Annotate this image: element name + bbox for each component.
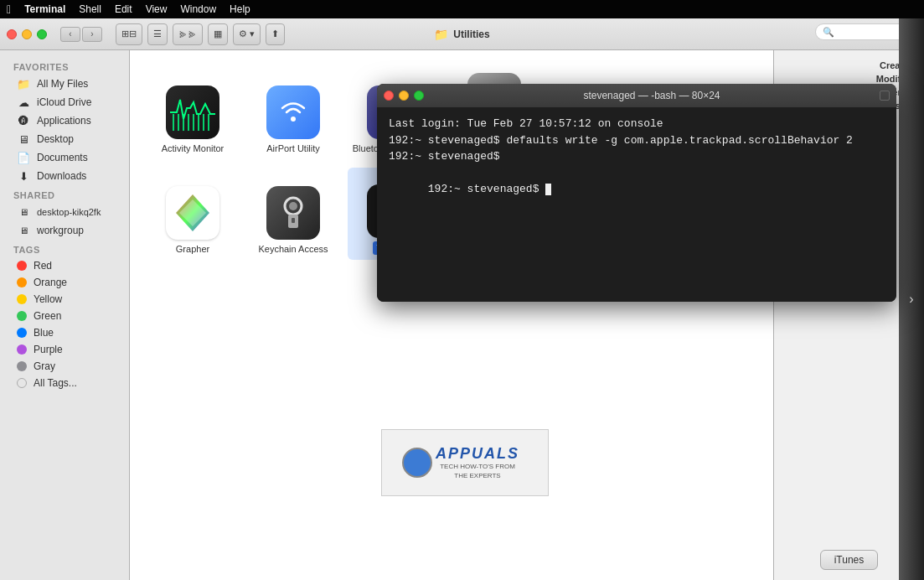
sidebar-tag-orange[interactable]: Orange bbox=[3, 274, 126, 291]
icloud-icon: ☁ bbox=[17, 96, 30, 109]
grapher-icon bbox=[166, 186, 219, 240]
terminal-line-1: Last login: Tue Feb 27 10:57:12 on conso… bbox=[389, 116, 885, 132]
terminal-minimize-button[interactable] bbox=[399, 91, 409, 101]
right-arrow-icon: › bbox=[909, 292, 913, 307]
sidebar: Favorites 📁 All My Files ☁ iCloud Drive … bbox=[0, 50, 130, 580]
sidebar-item-label: Downloads bbox=[37, 170, 86, 182]
menu-edit[interactable]: Edit bbox=[115, 3, 132, 15]
terminal-line-3: 192:~ stevenaged$ bbox=[389, 148, 885, 165]
minimize-button[interactable] bbox=[22, 29, 32, 39]
terminal-resize-handle[interactable] bbox=[880, 91, 890, 101]
all-tags-dot bbox=[17, 378, 27, 388]
sidebar-item-workgroup[interactable]: 🖥 workgroup bbox=[3, 221, 126, 240]
sidebar-item-label: Applications bbox=[37, 115, 91, 127]
forward-button[interactable]: › bbox=[82, 27, 102, 42]
list-icon: ☰ bbox=[153, 28, 162, 39]
appuals-watermark: APPUALS TECH HOW-TO'S FROM THE EXPERTS bbox=[381, 429, 549, 496]
terminal-prompt: 192:~ stevenaged$ bbox=[428, 183, 545, 195]
menu-terminal[interactable]: Terminal bbox=[24, 3, 65, 15]
gear-icon: ⚙ ▾ bbox=[239, 28, 255, 39]
terminal-content[interactable]: Last login: Tue Feb 27 10:57:12 on conso… bbox=[377, 107, 896, 302]
apple-menu[interactable]:  bbox=[7, 3, 11, 16]
menu-help[interactable]: Help bbox=[230, 3, 250, 15]
workgroup-icon: 🖥 bbox=[17, 224, 30, 237]
file-item-activity-monitor[interactable]: Activity Monitor bbox=[147, 67, 239, 159]
sidebar-item-label: Yellow bbox=[34, 293, 62, 305]
panel-created-row: Created bbox=[784, 60, 914, 70]
nav-buttons: ‹ › bbox=[60, 27, 102, 42]
menu-shell[interactable]: Shell bbox=[79, 3, 101, 15]
sidebar-tag-gray[interactable]: Gray bbox=[3, 358, 126, 375]
file-item-grapher[interactable]: Grapher bbox=[147, 168, 239, 260]
terminal-window: stevenaged — -bash — 80×24 Last login: T… bbox=[377, 84, 896, 302]
airport-icon bbox=[266, 85, 320, 139]
sidebar-tag-yellow[interactable]: Yellow bbox=[3, 291, 126, 308]
itunes-button[interactable]: iTunes bbox=[820, 550, 879, 570]
traffic-lights bbox=[7, 29, 47, 39]
sidebar-item-label: Gray bbox=[34, 360, 55, 372]
sidebar-item-desktop-network[interactable]: 🖥 desktop-kikq2fk bbox=[3, 203, 126, 221]
red-tag-dot bbox=[17, 261, 27, 271]
panel-modified-row: Modified bbox=[784, 74, 914, 84]
sidebar-item-label: workgroup bbox=[37, 225, 84, 236]
share-button[interactable]: ⬆ bbox=[266, 23, 285, 45]
share-icon: ⬆ bbox=[271, 28, 279, 39]
maximize-button[interactable] bbox=[37, 29, 47, 39]
view-list-button[interactable]: ☰ bbox=[147, 23, 168, 45]
sidebar-item-all-my-files[interactable]: 📁 All My Files bbox=[3, 75, 126, 93]
svg-point-0 bbox=[291, 117, 296, 122]
sidebar-item-desktop[interactable]: 🖥 Desktop bbox=[3, 130, 126, 148]
sidebar-item-label: Desktop bbox=[37, 133, 74, 145]
file-label: Activity Monitor bbox=[162, 142, 225, 154]
activity-monitor-icon bbox=[166, 85, 219, 139]
terminal-title: stevenaged — -bash — 80×24 bbox=[431, 90, 873, 101]
grid-icon: ⊞⊟ bbox=[121, 28, 137, 39]
sidebar-item-documents[interactable]: 📄 Documents bbox=[3, 148, 126, 167]
appuals-logo-icon bbox=[402, 448, 432, 478]
sidebar-item-label: iCloud Drive bbox=[37, 96, 91, 108]
sidebar-item-label: Orange bbox=[34, 277, 67, 288]
sidebar-item-downloads[interactable]: ⬇ Downloads bbox=[3, 167, 126, 185]
menu-view[interactable]: View bbox=[146, 3, 168, 15]
sidebar-tag-purple[interactable]: Purple bbox=[3, 341, 126, 358]
gray-tag-dot bbox=[17, 361, 27, 371]
svg-point-18 bbox=[289, 202, 297, 210]
svg-marker-16 bbox=[179, 199, 206, 226]
view-cover-button[interactable]: ▦ bbox=[208, 23, 228, 45]
sidebar-tag-green[interactable]: Green bbox=[3, 308, 126, 324]
sidebar-item-label: Green bbox=[34, 310, 61, 322]
sidebar-tag-all[interactable]: All Tags... bbox=[3, 375, 126, 391]
close-button[interactable] bbox=[7, 29, 17, 39]
shared-header: Shared bbox=[0, 185, 129, 203]
yellow-tag-dot bbox=[17, 294, 27, 304]
back-button[interactable]: ‹ bbox=[60, 27, 80, 42]
sidebar-tag-blue[interactable]: Blue bbox=[3, 324, 126, 341]
view-columns-button[interactable]: ⫸⫸ bbox=[173, 23, 203, 45]
file-label: Keychain Access bbox=[258, 243, 328, 255]
terminal-maximize-button[interactable] bbox=[414, 91, 424, 101]
menu-window[interactable]: Window bbox=[180, 3, 216, 15]
title-text: Utilities bbox=[453, 28, 489, 40]
tags-header: Tags bbox=[0, 240, 129, 257]
view-icons-button[interactable]: ⊞⊟ bbox=[116, 23, 142, 45]
sidebar-item-icloud[interactable]: ☁ iCloud Drive bbox=[3, 93, 126, 111]
terminal-close-button[interactable] bbox=[384, 91, 394, 101]
svg-rect-20 bbox=[292, 218, 295, 223]
file-item-keychain[interactable]: Keychain Access bbox=[247, 168, 339, 260]
sidebar-tag-red[interactable]: Red bbox=[3, 257, 126, 274]
applications-icon: 🅐 bbox=[17, 114, 30, 127]
all-files-icon: 📁 bbox=[17, 77, 30, 91]
sidebar-item-applications[interactable]: 🅐 Applications bbox=[3, 111, 126, 130]
appuals-logo-text: APPUALS bbox=[436, 445, 519, 463]
action-button[interactable]: ⚙ ▾ bbox=[233, 23, 261, 45]
terminal-line-4: 192:~ stevenaged$ bbox=[389, 165, 885, 215]
blue-tag-dot bbox=[17, 328, 27, 338]
sidebar-item-label: All Tags... bbox=[34, 377, 77, 389]
appuals-sub-text: TECH HOW-TO'S FROM THE EXPERTS bbox=[436, 463, 519, 480]
terminal-traffic-lights bbox=[384, 91, 424, 101]
file-item-airport[interactable]: AirPort Utility bbox=[247, 67, 339, 159]
window-title: 📁 Utilities bbox=[434, 28, 489, 41]
orange-tag-dot bbox=[17, 277, 27, 287]
terminal-line-2: 192:~ stevenaged$ defaults write -g com.… bbox=[389, 132, 885, 149]
sidebar-item-label: All My Files bbox=[37, 78, 88, 90]
